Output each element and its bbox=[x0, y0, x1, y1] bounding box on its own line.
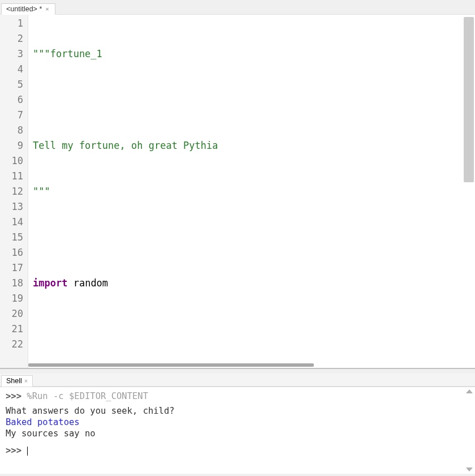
line-number: 19 bbox=[0, 291, 23, 306]
shell-tab-bar: Shell × bbox=[0, 374, 475, 387]
text-cursor-icon bbox=[27, 447, 28, 456]
code-text: """ bbox=[33, 186, 50, 197]
line-number: 3 bbox=[0, 46, 23, 62]
editor-tab-untitled[interactable]: <untitled> * × bbox=[1, 3, 55, 15]
line-number: 22 bbox=[0, 337, 23, 352]
line-number: 4 bbox=[0, 62, 23, 77]
code-text: Tell my fortune, oh great Pythia bbox=[33, 140, 218, 151]
shell-prompt: >>> bbox=[6, 391, 27, 401]
shell-pane[interactable]: >>> %Run -c $EDITOR_CONTENT What answers… bbox=[0, 387, 475, 474]
window-footer bbox=[0, 474, 475, 476]
scroll-down-icon[interactable] bbox=[466, 468, 473, 471]
pane-splitter[interactable] bbox=[0, 369, 475, 374]
shell-user-input: Baked potatoes bbox=[6, 417, 469, 428]
shell-tab-label: Shell bbox=[6, 377, 22, 385]
line-number: 15 bbox=[0, 230, 23, 245]
shell-output: What answers do you seek, child? bbox=[6, 405, 469, 417]
code-text: """fortune_1 bbox=[33, 48, 102, 59]
editor-horizontal-scrollbar[interactable] bbox=[28, 363, 314, 367]
line-number: 20 bbox=[0, 306, 23, 321]
line-number: 12 bbox=[0, 184, 23, 199]
shell-command: %Run -c $EDITOR_CONTENT bbox=[27, 391, 148, 401]
line-number: 17 bbox=[0, 260, 23, 276]
line-number: 7 bbox=[0, 108, 23, 123]
line-number: 18 bbox=[0, 276, 23, 291]
line-number: 11 bbox=[0, 169, 23, 184]
code-area[interactable]: """fortune_1 Tell my fortune, oh great P… bbox=[28, 15, 475, 368]
close-icon[interactable]: × bbox=[24, 378, 28, 384]
line-number: 13 bbox=[0, 199, 23, 215]
line-number: 21 bbox=[0, 321, 23, 337]
line-number: 9 bbox=[0, 138, 23, 153]
line-number: 14 bbox=[0, 215, 23, 230]
shell-prompt: >>> bbox=[6, 445, 27, 456]
line-number: 5 bbox=[0, 77, 23, 92]
line-number: 2 bbox=[0, 31, 23, 46]
editor-tab-label: <untitled> * bbox=[6, 5, 42, 13]
code-editor[interactable]: 12345678910111213141516171819202122 """f… bbox=[0, 15, 475, 369]
code-text: random bbox=[74, 277, 108, 289]
code-text: import bbox=[33, 277, 67, 289]
line-number-gutter: 12345678910111213141516171819202122 bbox=[0, 15, 28, 368]
shell-output: My sources say no bbox=[6, 428, 469, 439]
editor-vertical-scrollbar[interactable] bbox=[464, 17, 474, 182]
line-number: 6 bbox=[0, 92, 23, 108]
shell-tab[interactable]: Shell × bbox=[1, 375, 33, 387]
line-number: 8 bbox=[0, 123, 23, 138]
editor-tab-bar: <untitled> * × bbox=[0, 0, 475, 15]
line-number: 1 bbox=[0, 16, 23, 31]
scroll-up-icon[interactable] bbox=[466, 389, 473, 393]
line-number: 16 bbox=[0, 245, 23, 260]
line-number: 10 bbox=[0, 153, 23, 169]
close-icon[interactable]: × bbox=[44, 6, 50, 12]
